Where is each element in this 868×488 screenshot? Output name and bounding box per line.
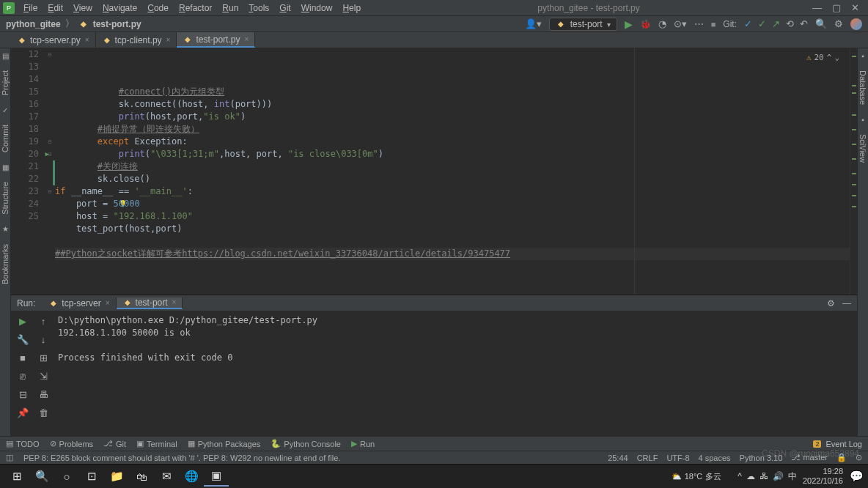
bottom-terminal[interactable]: ▣Terminal <box>136 439 177 448</box>
run-tab[interactable]: test-port× <box>117 297 183 309</box>
bottom-todo[interactable]: ▤TODO <box>6 439 40 448</box>
mail-icon[interactable]: ✉ <box>154 466 179 487</box>
database-tool-label[interactable]: Database <box>858 69 867 106</box>
run-settings-icon[interactable]: ⚙ <box>827 298 835 308</box>
menu-navigate[interactable]: Navigate <box>98 1 141 15</box>
breadcrumb-project[interactable]: python_gitee <box>6 19 61 29</box>
store-icon[interactable]: 🛍 <box>129 466 154 487</box>
git-branch[interactable]: ⎇ master <box>791 453 828 462</box>
commit-tool-label[interactable]: Commit <box>1 123 10 154</box>
network-icon[interactable]: 🖧 <box>760 471 768 481</box>
menu-view[interactable]: View <box>69 1 97 15</box>
more-run-icon[interactable]: ⋯ <box>694 18 704 29</box>
weather-widget[interactable]: ⛅ 18°C 多云 <box>672 471 722 482</box>
menu-window[interactable]: Window <box>297 1 337 15</box>
structure-tool-icon[interactable]: ▦ <box>1 163 10 171</box>
sciview-tool-label[interactable]: SciView <box>858 133 867 164</box>
menu-run[interactable]: Run <box>218 1 243 15</box>
project-tool-label[interactable]: Project <box>1 69 10 97</box>
up-stack-icon[interactable]: ↑ <box>41 316 46 327</box>
bottom-problems[interactable]: ⊘Problems <box>50 439 93 448</box>
gutter[interactable]: 121314151617181920▶21222324💡25 <box>11 48 45 295</box>
bottom-run[interactable]: ▶Run <box>351 439 375 448</box>
update-project-icon[interactable]: ✓ <box>744 18 752 29</box>
project-tool-icon[interactable]: ▤ <box>1 51 10 60</box>
pause-icon[interactable]: ■ <box>20 352 26 363</box>
start-button[interactable]: ⊞ <box>4 466 29 487</box>
lock-icon[interactable]: 🔒 <box>836 453 847 462</box>
notifications-icon[interactable]: 💬 <box>849 466 864 487</box>
bottom-python-console[interactable]: 🐍Python Console <box>271 439 341 448</box>
editor-tab[interactable]: tcp-server.py× <box>11 32 96 48</box>
push-icon[interactable]: ↗ <box>772 18 780 29</box>
run-hide-icon[interactable]: — <box>842 298 851 308</box>
restart-icon[interactable]: ⎚ <box>20 371 26 382</box>
ime-indicator[interactable]: 中 <box>788 470 797 483</box>
inspection-widget[interactable]: ⚠ 20 ^ ⌄ <box>806 51 839 64</box>
down-stack-icon[interactable]: ↓ <box>41 334 46 345</box>
debug-button[interactable]: 🐞 <box>640 19 651 29</box>
code-editor[interactable]: 121314151617181920▶21222324💡25 ⊟⊟⊟⊟ #con… <box>11 48 857 295</box>
menu-help[interactable]: Help <box>338 1 365 15</box>
volume-icon[interactable]: 🔊 <box>773 471 784 481</box>
menu-code[interactable]: Code <box>143 1 173 15</box>
layout-icon[interactable]: ⊟ <box>19 389 27 400</box>
menu-git[interactable]: Git <box>275 1 295 15</box>
close-tab-icon[interactable]: × <box>172 298 177 306</box>
run-button[interactable]: ▶ <box>625 18 633 30</box>
caret-position[interactable]: 25:44 <box>608 454 628 462</box>
settings-icon[interactable]: ⚙ <box>834 18 843 29</box>
breadcrumb-file[interactable]: test-port.py <box>93 19 141 29</box>
close-tab-icon[interactable]: × <box>85 36 89 44</box>
indent-info[interactable]: 4 spaces <box>699 454 731 462</box>
console-output[interactable]: D:\python\python.exe D:/python_gitee/tes… <box>52 311 857 436</box>
sciview-tool-icon[interactable]: ▪ <box>858 115 867 124</box>
scroll-end-icon[interactable]: ⇲ <box>40 371 48 382</box>
minimize-icon[interactable]: — <box>812 2 822 13</box>
file-encoding[interactable]: UTF-8 <box>666 454 689 462</box>
soft-wrap-icon[interactable]: ⊞ <box>40 352 48 363</box>
clock[interactable]: 19:28 2022/10/16 <box>803 467 843 486</box>
error-stripe[interactable] <box>850 48 857 295</box>
line-separator[interactable]: CRLF <box>637 454 658 462</box>
rerun-icon[interactable]: ▶ <box>19 316 26 327</box>
menu-file[interactable]: File <box>19 1 42 15</box>
database-tool-icon[interactable]: ▪ <box>858 51 867 60</box>
tray-chevron-icon[interactable]: ^ <box>738 471 742 481</box>
pin-icon[interactable]: 📌 <box>17 407 29 418</box>
rollback-icon[interactable]: ↶ <box>800 18 808 29</box>
interpreter-info[interactable]: Python 3.10 <box>740 454 783 462</box>
bookmarks-tool-icon[interactable]: ★ <box>1 225 10 234</box>
menu-edit[interactable]: Edit <box>43 1 67 15</box>
search-icon[interactable]: 🔍 <box>815 18 827 29</box>
editor-tab[interactable]: test-port.py× <box>177 32 255 48</box>
code-area[interactable]: #connect()内为元组类型 sk.connect((host, int(p… <box>55 48 850 295</box>
print-icon[interactable]: 🖶 <box>39 389 48 400</box>
bottom-git[interactable]: ⎇Git <box>103 439 126 448</box>
search-icon[interactable]: 🔍 <box>29 466 54 487</box>
commit-icon[interactable]: ✓ <box>758 18 766 29</box>
task-view-icon[interactable]: ⊡ <box>79 466 104 487</box>
close-icon[interactable]: ✕ <box>851 2 859 13</box>
commit-tool-icon[interactable]: ✓ <box>1 106 10 114</box>
maximize-icon[interactable]: ▢ <box>832 2 841 13</box>
editor-tab[interactable]: tcp-client.py× <box>96 32 177 48</box>
menu-tools[interactable]: Tools <box>244 1 273 15</box>
edge-icon[interactable]: 🌐 <box>179 466 204 487</box>
stop-icon[interactable]: 🔧 <box>17 334 29 345</box>
cortana-icon[interactable]: ○ <box>54 466 79 487</box>
run-with-coverage-icon[interactable]: ◔ <box>658 18 666 29</box>
close-tab-icon[interactable]: × <box>106 299 110 307</box>
close-tab-icon[interactable]: × <box>244 35 249 43</box>
user-icon[interactable]: 👤▾ <box>525 18 542 29</box>
bottom-python-packages[interactable]: ▦Python Packages <box>188 439 261 448</box>
run-tab[interactable]: tcp-server× <box>43 297 116 309</box>
pycharm-icon[interactable]: ▣ <box>204 466 229 487</box>
history-icon[interactable]: ⟲ <box>786 18 794 29</box>
structure-tool-label[interactable]: Structure <box>1 180 10 216</box>
close-tab-icon[interactable]: × <box>166 36 171 44</box>
explorer-icon[interactable]: 📁 <box>104 466 129 487</box>
stop-button[interactable]: ■ <box>711 20 716 29</box>
menu-refactor[interactable]: Refactor <box>174 1 216 15</box>
memory-icon[interactable]: ⊙ <box>856 453 862 462</box>
